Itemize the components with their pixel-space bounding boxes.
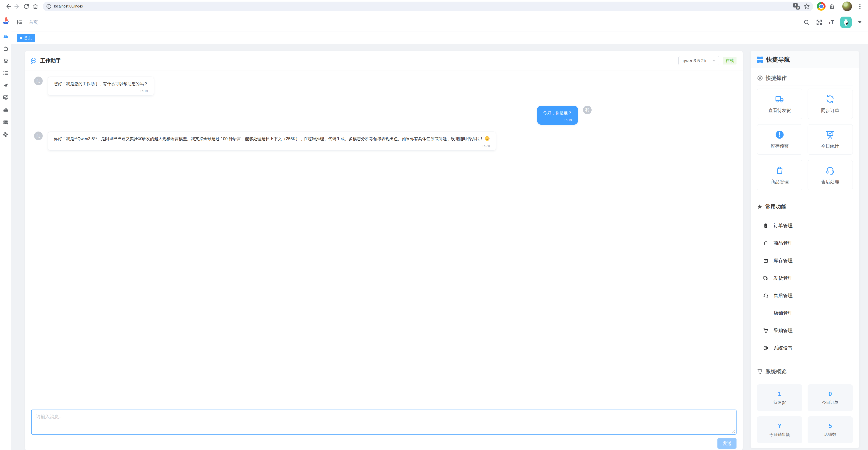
menu-item-label: 库存管理 xyxy=(774,258,793,264)
quick-action-stock-alert[interactable]: 库存预警 xyxy=(757,124,802,155)
message-time: 15:19 xyxy=(543,118,572,122)
quick-nav-header: 快捷导航 xyxy=(751,51,859,68)
url-text[interactable]: localhost:88/index xyxy=(54,4,793,8)
model-select-value: qwen3.5:2b xyxy=(683,58,706,63)
quick-action-today-stats[interactable]: 今日统计 xyxy=(808,124,853,155)
collapse-menu-icon[interactable] xyxy=(17,19,23,25)
forward-icon[interactable] xyxy=(13,2,22,11)
profile-avatar[interactable] xyxy=(842,1,852,11)
left-sidebar xyxy=(0,13,11,450)
list-icon[interactable] xyxy=(2,69,9,77)
extensions-icon[interactable] xyxy=(829,3,836,10)
reload-icon[interactable] xyxy=(22,2,31,11)
breadcrumb[interactable]: 首页 xyxy=(29,19,38,25)
package-icon xyxy=(763,258,769,263)
quick-action-pending-ship[interactable]: 查看待发货 xyxy=(757,89,802,119)
message-list[interactable]: 助 您好！我是您的工作助手，有什么可以帮助您的吗？ 15:19 你好，你是谁？ … xyxy=(25,70,743,410)
monitor-chart-icon[interactable] xyxy=(2,94,9,101)
menu-item-purchasing[interactable]: 采购管理 xyxy=(763,322,853,339)
quick-action-label: 查看待发货 xyxy=(768,108,791,114)
bookmark-star-icon[interactable] xyxy=(803,3,810,10)
grid-icon xyxy=(757,57,763,63)
message-time: 15:20 xyxy=(54,144,490,148)
user-avatar[interactable] xyxy=(840,17,851,28)
menu-item-settings[interactable]: 系统设置 xyxy=(763,339,853,357)
smiling-face-emoji xyxy=(485,136,490,141)
lightning-circle-icon xyxy=(757,75,763,81)
chat-title: 工作助手 xyxy=(40,57,61,64)
server-icon[interactable] xyxy=(2,118,9,126)
presentation-board-icon xyxy=(757,369,763,374)
menu-item-label: 订单管理 xyxy=(774,222,793,229)
stat-today-orders[interactable]: 0 今日订单 xyxy=(808,384,853,411)
site-info-icon[interactable] xyxy=(46,3,52,9)
gear-icon xyxy=(763,345,769,351)
message-bubble: 你好，你是谁？ 15:19 xyxy=(537,106,578,125)
stat-store-count[interactable]: 5 店铺数 xyxy=(808,416,853,443)
star-icon xyxy=(757,204,763,209)
chevron-down-icon[interactable] xyxy=(858,21,862,23)
stat-label: 今日销售额 xyxy=(769,432,790,437)
app-header: 首页 тT xyxy=(11,13,868,32)
assistant-avatar: 助 xyxy=(34,131,43,140)
message-text: 您好！我是您的工作助手，有什么可以帮助您的吗？ xyxy=(54,82,148,86)
toolbar-divider xyxy=(839,3,839,9)
chat-input-area: 发送 xyxy=(25,410,743,450)
menu-item-label: 采购管理 xyxy=(774,327,793,334)
tag-label: 首页 xyxy=(24,35,32,41)
menu-item-aftersale[interactable]: 售后管理 xyxy=(763,287,853,304)
status-badge: 在线 xyxy=(723,57,737,64)
user-message-avatar: 我 xyxy=(583,106,592,114)
cart-icon[interactable] xyxy=(2,57,9,65)
home-icon[interactable] xyxy=(31,2,40,11)
search-icon[interactable] xyxy=(803,19,810,26)
presentation-chart-icon xyxy=(825,130,835,140)
send-button[interactable]: 发送 xyxy=(717,438,737,449)
main-content: 工作助手 qwen3.5:2b 在线 助 xyxy=(11,44,868,450)
menu-item-inventory[interactable]: 库存管理 xyxy=(763,252,853,269)
chevron-down-icon xyxy=(712,60,716,62)
bag-icon[interactable] xyxy=(2,45,9,53)
fullscreen-icon[interactable] xyxy=(816,19,823,26)
menu-item-products[interactable]: 商品管理 xyxy=(763,234,853,252)
quick-action-product-mgmt[interactable]: 商品管理 xyxy=(757,160,802,190)
tag-home[interactable]: 首页 xyxy=(17,34,35,42)
menu-item-stores[interactable]: 店铺管理 xyxy=(763,304,853,322)
stat-value: ¥ xyxy=(778,422,781,429)
font-size-icon[interactable]: тT xyxy=(829,19,834,26)
menu-item-label: 系统设置 xyxy=(774,345,793,351)
message-input[interactable] xyxy=(31,410,737,434)
translate-icon[interactable]: A文 xyxy=(793,3,800,9)
menu-dots-icon[interactable] xyxy=(855,2,864,11)
quick-nav-body[interactable]: 快捷操作 查看待发货 同步订单 库存预警 xyxy=(751,68,859,448)
model-select[interactable]: qwen3.5:2b xyxy=(678,56,719,65)
truck-icon xyxy=(763,275,769,281)
menu-item-shipping[interactable]: 发货管理 xyxy=(763,269,853,287)
chat-header: 工作助手 qwen3.5:2b 在线 xyxy=(25,51,743,70)
briefcase-icon[interactable] xyxy=(2,106,9,114)
message-assistant: 助 您好！我是您的工作助手，有什么可以帮助您的吗？ 15:19 xyxy=(34,77,592,96)
message-bubble: 你好！我是**Qwen3.5**，是阿里巴巴通义实验室研发的超大规模语言模型。我… xyxy=(48,131,496,151)
section-label: 系统概览 xyxy=(766,368,786,375)
quick-action-grid: 查看待发货 同步订单 库存预警 今日统计 xyxy=(757,89,853,190)
gear-icon[interactable] xyxy=(2,130,9,138)
headset-icon xyxy=(825,166,835,175)
alert-circle-icon xyxy=(775,130,784,140)
quick-action-sync-orders[interactable]: 同步订单 xyxy=(808,89,853,119)
app-logo xyxy=(2,16,10,27)
quick-nav-title: 快捷导航 xyxy=(766,56,790,64)
stat-today-sales[interactable]: ¥ 今日销售额 xyxy=(757,416,802,443)
gauge-icon[interactable] xyxy=(2,32,9,40)
stat-pending-ship[interactable]: 1 待发货 xyxy=(757,384,802,411)
paper-plane-icon[interactable] xyxy=(2,82,9,89)
quick-nav-panel: 快捷导航 快捷操作 查看待发货 xyxy=(751,51,859,448)
menu-item-orders[interactable]: 订单管理 xyxy=(763,217,853,234)
address-bar[interactable]: localhost:88/index A文 xyxy=(43,2,813,11)
quick-action-label: 同步订单 xyxy=(821,108,839,114)
cart-icon xyxy=(763,328,769,333)
back-icon[interactable] xyxy=(4,2,13,11)
message-time: 15:19 xyxy=(54,89,148,93)
quick-action-aftersale[interactable]: 售后处理 xyxy=(808,160,853,190)
shopping-bag-icon xyxy=(763,240,769,246)
stat-label: 店铺数 xyxy=(824,432,836,437)
